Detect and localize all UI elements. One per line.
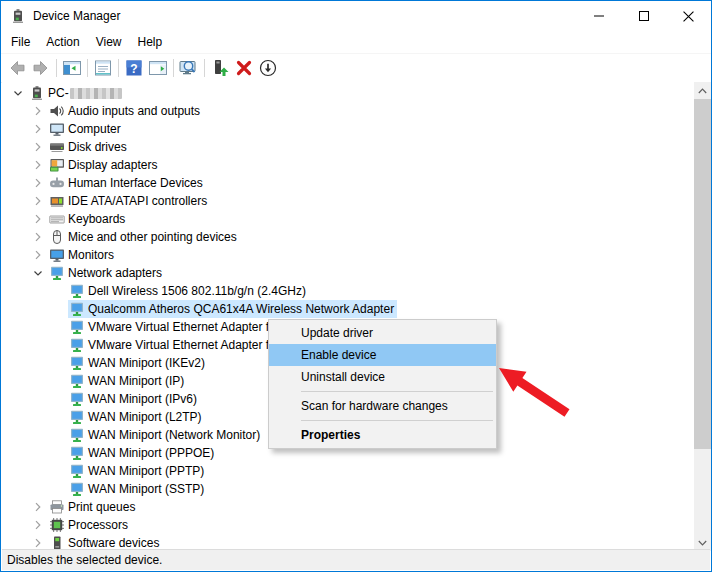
- tree-item-content[interactable]: WAN Miniport (Network Monitor): [68, 426, 263, 444]
- tree-item[interactable]: Print queues: [2, 498, 710, 516]
- scan-hardware-changes-button[interactable]: [177, 56, 201, 80]
- tree-item[interactable]: Network adapters: [2, 264, 710, 282]
- chevron-collapsed-icon[interactable]: [30, 517, 46, 533]
- chevron-expanded-icon[interactable]: [30, 265, 46, 281]
- tree-item[interactable]: Processors: [2, 516, 710, 534]
- menu-item-update-driver[interactable]: Update driver: [269, 322, 496, 344]
- tree-item-content[interactable]: Computer: [48, 120, 124, 138]
- tree-item-label: Disk drives: [68, 138, 127, 156]
- scrollbar-thumb[interactable]: [694, 99, 711, 449]
- close-button[interactable]: [666, 1, 711, 31]
- menu-item-help[interactable]: Help: [130, 32, 171, 52]
- help-button[interactable]: ?: [122, 56, 146, 80]
- tree-item[interactable]: IDE ATA/ATAPI controllers: [2, 192, 710, 210]
- svg-text:?: ?: [130, 62, 137, 76]
- tree-item-content[interactable]: Display adapters: [48, 156, 160, 174]
- maximize-icon: [639, 11, 649, 21]
- hid-icon: [49, 175, 65, 191]
- tree-item[interactable]: PC-: [2, 84, 710, 102]
- uninstall-device-button[interactable]: [232, 56, 256, 80]
- chevron-collapsed-icon[interactable]: [30, 157, 46, 173]
- tree-item-content[interactable]: WAN Miniport (L2TP): [68, 408, 205, 426]
- tree-item-content[interactable]: Network adapters: [48, 264, 165, 282]
- back-button[interactable]: [5, 56, 29, 80]
- tree-item-content[interactable]: WAN Miniport (IPv6): [68, 390, 200, 408]
- tree-item-content[interactable]: Dell Wireless 1506 802.11b/g/n (2.4GHz): [68, 282, 309, 300]
- tree-item[interactable]: Audio inputs and outputs: [2, 102, 710, 120]
- console-tree-button[interactable]: [60, 56, 84, 80]
- minimize-icon: [594, 11, 604, 21]
- menu-item-properties[interactable]: Properties: [269, 424, 496, 446]
- tree-item[interactable]: WAN Miniport (PPTP): [2, 462, 710, 480]
- menu-separator: [301, 420, 493, 421]
- forward-button[interactable]: [29, 56, 53, 80]
- tree-item-content[interactable]: WAN Miniport (PPTP): [68, 462, 207, 480]
- tree-item-content[interactable]: Processors: [48, 516, 131, 534]
- tree-item-content[interactable]: Disk drives: [48, 138, 130, 156]
- tree-item[interactable]: Keyboards: [2, 210, 710, 228]
- properties-button[interactable]: [91, 56, 115, 80]
- tree-item-content[interactable]: WAN Miniport (PPPOE): [68, 444, 217, 462]
- chevron-collapsed-icon[interactable]: [30, 247, 46, 263]
- chevron-collapsed-icon[interactable]: [30, 499, 46, 515]
- update-driver-button[interactable]: [208, 56, 232, 80]
- tree-item[interactable]: Dell Wireless 1506 802.11b/g/n (2.4GHz): [2, 282, 710, 300]
- tree-item[interactable]: Disk drives: [2, 138, 710, 156]
- tree-item-label: Monitors: [68, 246, 114, 264]
- menu-item-scan-hardware-changes[interactable]: Scan for hardware changes: [269, 395, 496, 417]
- tree-item-content[interactable]: WAN Miniport (IKEv2): [68, 354, 208, 372]
- tree-item-content[interactable]: Human Interface Devices: [48, 174, 206, 192]
- menu-item-action[interactable]: Action: [38, 32, 87, 52]
- disable-device-button[interactable]: [256, 56, 280, 80]
- tree-item-content[interactable]: PC-: [28, 84, 125, 102]
- tree-item-content[interactable]: Keyboards: [48, 210, 128, 228]
- menu-item-view[interactable]: View: [88, 32, 130, 52]
- ide-icon: [49, 193, 65, 209]
- tree-item[interactable]: Mice and other pointing devices: [2, 228, 710, 246]
- scrollbar-up-button[interactable]: [694, 82, 711, 99]
- console-tree-icon: [62, 58, 82, 78]
- chevron-collapsed-icon[interactable]: [30, 175, 46, 191]
- menu-item-uninstall-device[interactable]: Uninstall device: [269, 366, 496, 388]
- minimize-button[interactable]: [576, 1, 621, 31]
- tree-item-content[interactable]: VMware Virtual Ethernet Adapter fo: [68, 318, 279, 336]
- tree-item[interactable]: Display adapters: [2, 156, 710, 174]
- tree-item-label: WAN Miniport (L2TP): [88, 408, 202, 426]
- tree-item[interactable]: Qualcomm Atheros QCA61x4A Wireless Netwo…: [2, 300, 710, 318]
- tree-item-label: VMware Virtual Ethernet Adapter fo: [88, 318, 276, 336]
- tree-item-content[interactable]: WAN Miniport (SSTP): [68, 480, 207, 498]
- tree-item[interactable]: Computer: [2, 120, 710, 138]
- tree-item-content[interactable]: Audio inputs and outputs: [48, 102, 203, 120]
- chevron-up-icon: [698, 88, 707, 94]
- tree-item-content[interactable]: Print queues: [48, 498, 138, 516]
- network-icon: [69, 481, 85, 497]
- tree-item[interactable]: Monitors: [2, 246, 710, 264]
- tree-item-content[interactable]: Monitors: [48, 246, 117, 264]
- tree-item-content[interactable]: IDE ATA/ATAPI controllers: [48, 192, 210, 210]
- menu-item-file[interactable]: File: [3, 32, 38, 52]
- tree-item-selected[interactable]: Qualcomm Atheros QCA61x4A Wireless Netwo…: [68, 300, 397, 318]
- chevron-collapsed-icon[interactable]: [30, 103, 46, 119]
- menu-item-enable-device[interactable]: Enable device: [269, 344, 496, 366]
- maximize-button[interactable]: [621, 1, 666, 31]
- chevron-collapsed-icon[interactable]: [30, 229, 46, 245]
- chevron-collapsed-icon[interactable]: [30, 121, 46, 137]
- tree-item-label: WAN Miniport (Network Monitor): [88, 426, 260, 444]
- action-pane-button[interactable]: [146, 56, 170, 80]
- context-menu: Update driver Enable device Uninstall de…: [268, 319, 497, 449]
- tree-item-label: Audio inputs and outputs: [68, 102, 200, 120]
- tree-item-content[interactable]: WAN Miniport (IP): [68, 372, 187, 390]
- chevron-collapsed-icon[interactable]: [30, 139, 46, 155]
- chevron-collapsed-icon[interactable]: [30, 211, 46, 227]
- tree-item-content[interactable]: VMware Virtual Ethernet Adapter fo: [68, 336, 279, 354]
- network-icon: [69, 337, 85, 353]
- titlebar: Device Manager: [1, 1, 711, 31]
- tree-item[interactable]: Human Interface Devices: [2, 174, 710, 192]
- network-icon: [69, 445, 85, 461]
- tree-item[interactable]: WAN Miniport (SSTP): [2, 480, 710, 498]
- tree-item-content[interactable]: Mice and other pointing devices: [48, 228, 240, 246]
- chevron-expanded-icon[interactable]: [10, 85, 26, 101]
- tree-item-label: WAN Miniport (PPTP): [88, 462, 204, 480]
- chevron-down-icon: [698, 540, 707, 546]
- chevron-collapsed-icon[interactable]: [30, 193, 46, 209]
